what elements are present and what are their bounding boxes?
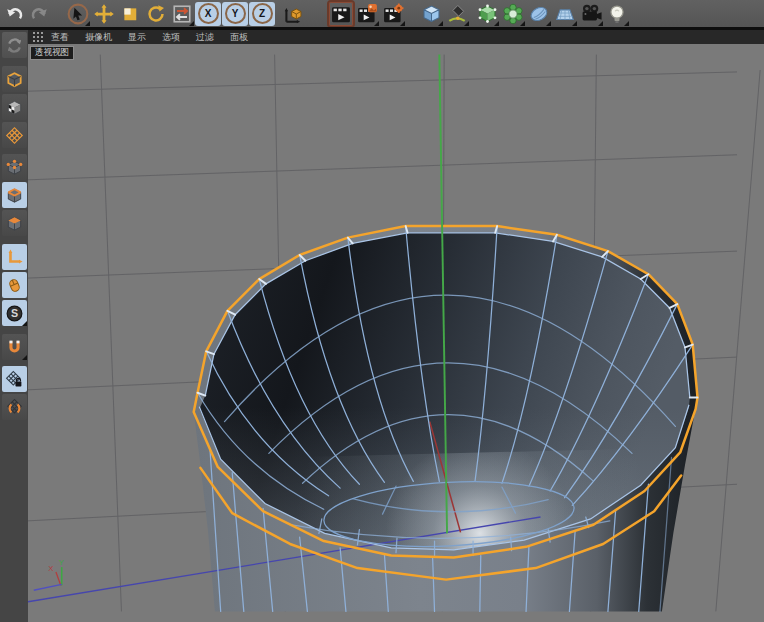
x-axis-lock-label: X	[198, 3, 219, 24]
coordinate-system-icon[interactable]	[281, 2, 305, 26]
redo-icon[interactable]	[28, 2, 52, 26]
solo-mode-button[interactable]: S	[2, 300, 27, 326]
move-tool-icon[interactable]	[92, 2, 116, 26]
svg-text:S: S	[10, 307, 17, 319]
viewport-view-label[interactable]: 透视视图	[30, 46, 74, 60]
cup-object[interactable]	[28, 226, 698, 611]
spline-pen-button[interactable]	[445, 2, 469, 26]
render-settings-button[interactable]	[381, 2, 405, 26]
polygons-mode-button[interactable]	[2, 210, 27, 236]
enable-axis-button[interactable]	[2, 244, 27, 270]
gizmo-y-label: Y	[59, 558, 64, 567]
menu-panel[interactable]: 面板	[230, 31, 248, 44]
tweak-mode-button[interactable]	[2, 272, 27, 298]
floor-object-button[interactable]	[553, 2, 577, 26]
axis-gizmo: Y X	[34, 558, 64, 590]
menu-camera[interactable]: 摄像机	[85, 31, 112, 44]
z-axis-lock-label: Z	[252, 3, 273, 24]
undo-icon[interactable]	[2, 2, 26, 26]
y-axis-lock-button[interactable]: Y	[222, 2, 248, 26]
quantize-workplane-button[interactable]	[2, 394, 27, 420]
model-mode-button[interactable]	[2, 66, 27, 92]
edges-mode-button[interactable]	[2, 182, 27, 208]
menu-filter[interactable]: 过滤	[196, 31, 214, 44]
gizmo-x-label: X	[48, 564, 53, 573]
camera-object-button[interactable]	[579, 2, 603, 26]
viewport-menubar: 查看 摄像机 显示 选项 过滤 面板	[28, 30, 764, 44]
lock-workplane-button[interactable]	[2, 366, 27, 392]
deformer-button[interactable]	[501, 2, 525, 26]
rotate-tool-icon[interactable]	[144, 2, 168, 26]
menu-display[interactable]: 显示	[128, 31, 146, 44]
texture-mode-button[interactable]	[2, 94, 27, 120]
mode-sidebar: S	[0, 30, 29, 622]
tool-cycle-icon[interactable]	[170, 2, 194, 26]
subdivision-surface-button[interactable]	[475, 2, 499, 26]
x-axis-lock-button[interactable]: X	[195, 2, 221, 26]
make-editable-button[interactable]	[2, 32, 27, 58]
z-axis-lock-button[interactable]: Z	[249, 2, 275, 26]
light-object-button[interactable]	[605, 2, 629, 26]
perspective-viewport[interactable]: 透视视图	[28, 44, 764, 622]
live-selection-tool-icon[interactable]	[66, 2, 90, 26]
viewport-scene[interactable]: Y X	[28, 44, 764, 622]
y-axis-lock-label: Y	[225, 3, 246, 24]
snap-button[interactable]	[2, 334, 27, 360]
add-primitive-cube-button[interactable]	[419, 2, 443, 26]
field-shell-button[interactable]	[527, 2, 551, 26]
render-view-button[interactable]	[329, 2, 353, 26]
main-toolbar: X Y Z	[0, 0, 764, 27]
workplane-mode-button[interactable]	[2, 122, 27, 148]
menu-options[interactable]: 选项	[162, 31, 180, 44]
points-mode-button[interactable]	[2, 154, 27, 180]
cinema4d-window: { "toolbar": { "axis_buttons": ["X", "Y"…	[0, 0, 764, 622]
viewport-menu-grid-icon[interactable]	[33, 32, 43, 42]
scale-tool-icon[interactable]	[118, 2, 142, 26]
render-to-picture-viewer-button[interactable]	[355, 2, 379, 26]
menu-view[interactable]: 查看	[51, 31, 69, 44]
